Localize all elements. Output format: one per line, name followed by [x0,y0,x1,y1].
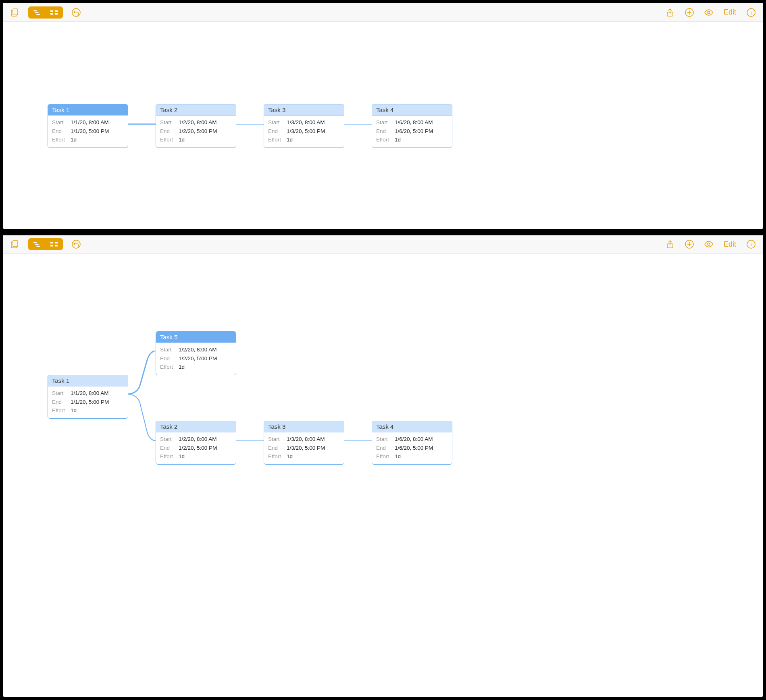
network-view-button[interactable] [46,7,62,18]
label-end: End [160,444,179,453]
info-icon[interactable] [745,238,757,250]
info-icon[interactable] [745,6,757,19]
network-canvas[interactable]: Task 1 Start1/1/20, 8:00 AM End1/1/20, 5… [3,254,763,697]
task-title: Task 4 [372,104,452,116]
label-effort: Effort [268,452,287,461]
network-view-pane: Edit Task 1 Start1/1/20, 8:00 AM End1/1/… [3,3,763,229]
task-title: Task 1 [48,375,128,386]
label-effort: Effort [160,452,179,461]
svg-rect-18 [35,244,39,245]
documents-icon[interactable] [9,6,21,19]
eye-icon[interactable] [703,238,715,250]
label-effort: Effort [376,452,395,461]
network-view-pane: Edit Task 1 Start1/1/20, 8:00 AM End1/1/… [3,235,763,697]
value-effort: 1d [179,135,185,144]
task-card[interactable]: Task 4 Start1/6/20, 8:00 AM End1/6/20, 5… [372,421,452,465]
undo-icon[interactable] [70,6,82,19]
gantt-view-button[interactable] [29,7,46,18]
label-start: Start [160,345,179,354]
value-start: 1/6/20, 8:00 AM [395,435,433,444]
svg-point-24 [72,240,80,248]
label-effort: Effort [268,135,287,144]
value-end: 1/3/20, 5:00 PM [287,127,325,136]
label-start: Start [160,435,179,444]
value-start: 1/2/20, 8:00 AM [179,345,217,354]
svg-rect-16 [13,241,18,247]
value-effort: 1d [179,363,185,372]
value-end: 1/6/20, 5:00 PM [395,444,433,453]
value-start: 1/1/20, 8:00 AM [71,118,109,127]
share-icon[interactable] [664,6,676,19]
value-start: 1/3/20, 8:00 AM [287,435,325,444]
task-details: Start1/2/20, 8:00 AM End1/2/20, 5:00 PM … [156,432,236,464]
network-canvas[interactable]: Task 1 Start1/1/20, 8:00 AM End1/1/20, 5… [3,22,763,229]
task-card[interactable]: Task 3 Start1/3/20, 8:00 AM End1/3/20, 5… [264,104,344,148]
svg-rect-4 [50,10,53,12]
svg-rect-0 [13,9,18,15]
network-view-button[interactable] [46,239,62,250]
task-title: Task 4 [372,421,452,432]
value-start: 1/3/20, 8:00 AM [287,118,325,127]
label-effort: Effort [160,363,179,372]
label-end: End [160,127,179,136]
task-title: Task 5 [156,332,236,343]
task-title: Task 1 [48,104,128,116]
eye-icon[interactable] [703,6,715,19]
label-end: End [268,127,287,136]
svg-point-8 [72,8,80,17]
add-icon[interactable] [683,6,695,19]
label-end: End [268,444,287,453]
svg-rect-17 [33,242,37,243]
edit-button[interactable]: Edit [722,240,738,249]
task-card[interactable]: Task 5 Start1/2/20, 8:00 AM End1/2/20, 5… [156,331,236,375]
add-icon[interactable] [683,238,695,250]
edit-button[interactable]: Edit [722,8,738,17]
value-end: 1/1/20, 5:00 PM [71,398,109,407]
task-title: Task 3 [264,104,344,116]
value-effort: 1d [287,135,293,144]
label-start: Start [376,435,395,444]
view-mode-segmented [28,6,63,19]
value-effort: 1d [71,135,77,144]
toolbar: Edit [3,3,763,22]
value-effort: 1d [71,406,77,415]
task-details: Start1/3/20, 8:00 AM End1/3/20, 5:00 PM … [264,432,344,464]
share-icon[interactable] [664,238,676,250]
value-effort: 1d [287,452,293,461]
view-mode-segmented [28,238,63,250]
svg-rect-1 [33,10,37,11]
svg-point-11 [708,11,710,14]
label-effort: Effort [160,135,179,144]
label-effort: Effort [52,135,71,144]
label-end: End [160,354,179,363]
value-end: 1/2/20, 5:00 PM [179,354,217,363]
task-card[interactable]: Task 2 Start1/2/20, 8:00 AM End1/2/20, 5… [156,421,236,465]
label-start: Start [268,118,287,127]
task-details: Start1/1/20, 8:00 AM End1/1/20, 5:00 PM … [48,386,128,418]
label-end: End [376,444,395,453]
label-effort: Effort [52,406,71,415]
task-card[interactable]: Task 1 Start1/1/20, 8:00 AM End1/1/20, 5… [48,104,128,148]
undo-icon[interactable] [70,238,82,250]
value-start: 1/2/20, 8:00 AM [179,118,217,127]
task-details: Start1/6/20, 8:00 AM End1/6/20, 5:00 PM … [372,432,452,464]
value-start: 1/1/20, 8:00 AM [71,389,109,398]
task-card[interactable]: Task 3 Start1/3/20, 8:00 AM End1/3/20, 5… [264,421,344,465]
documents-icon[interactable] [9,238,21,250]
value-start: 1/2/20, 8:00 AM [179,435,217,444]
task-details: Start1/2/20, 8:00 AM End1/2/20, 5:00 PM … [156,116,236,147]
gantt-view-button[interactable] [29,239,46,250]
value-end: 1/2/20, 5:00 PM [179,444,217,453]
task-card[interactable]: Task 4 Start1/6/20, 8:00 AM End1/6/20, 5… [372,104,452,148]
task-card[interactable]: Task 2 Start1/2/20, 8:00 AM End1/2/20, 5… [156,104,236,148]
task-details: Start1/1/20, 8:00 AM End1/1/20, 5:00 PM … [48,116,128,147]
value-start: 1/6/20, 8:00 AM [395,118,433,127]
svg-rect-2 [35,12,39,13]
label-end: End [52,398,71,407]
svg-point-27 [708,243,710,245]
value-end: 1/3/20, 5:00 PM [287,444,325,453]
task-title: Task 3 [264,421,344,432]
task-details: Start1/3/20, 8:00 AM End1/3/20, 5:00 PM … [264,116,344,147]
task-details: Start1/2/20, 8:00 AM End1/2/20, 5:00 PM … [156,343,236,375]
task-card[interactable]: Task 1 Start1/1/20, 8:00 AM End1/1/20, 5… [48,375,128,419]
